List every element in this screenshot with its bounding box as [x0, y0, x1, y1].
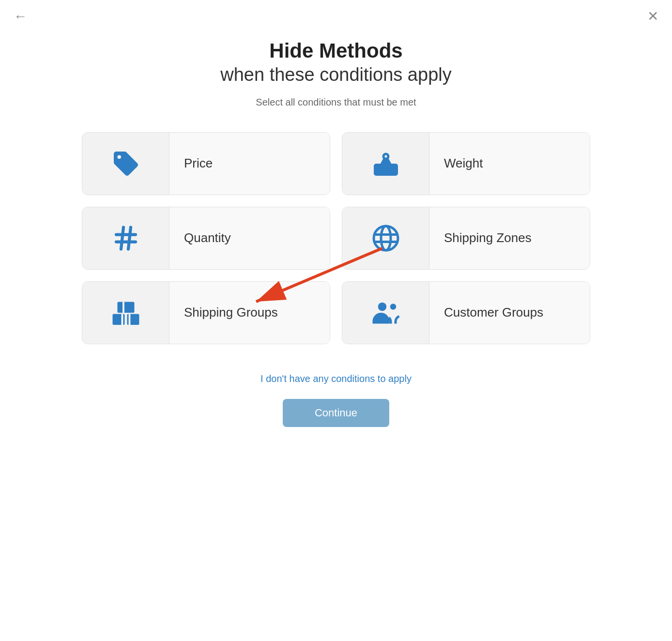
svg-point-10 [378, 303, 386, 311]
svg-rect-6 [117, 302, 134, 313]
card-quantity[interactable]: Quantity [82, 207, 330, 270]
svg-point-0 [374, 226, 398, 250]
globe-icon [371, 224, 400, 253]
conditions-grid: Price Weight Quantity Shipping Z [82, 132, 590, 344]
customer-groups-label: Customer Groups [429, 282, 590, 344]
continue-button[interactable]: Continue [283, 399, 389, 427]
page-title-line2: when these conditions apply [220, 63, 451, 87]
price-label: Price [169, 133, 330, 195]
shipping-groups-icon-area [82, 282, 169, 344]
people-icon [371, 298, 400, 327]
svg-point-1 [381, 226, 391, 250]
page-title-line1: Hide Methods [220, 39, 451, 63]
card-shipping-zones[interactable]: Shipping Zones [342, 207, 590, 270]
page-header: Hide Methods when these conditions apply [220, 39, 451, 87]
card-weight[interactable]: Weight [342, 132, 590, 195]
shipping-groups-label: Shipping Groups [169, 282, 330, 344]
quantity-label: Quantity [169, 207, 330, 269]
boxes-icon [111, 298, 140, 327]
no-conditions-link[interactable]: I don't have any conditions to apply [260, 373, 412, 384]
shipping-zones-label: Shipping Zones [429, 207, 590, 269]
close-button[interactable]: ✕ [647, 10, 658, 23]
card-customer-groups[interactable]: Customer Groups [342, 281, 590, 344]
page-subtitle: Select all conditions that must be met [256, 97, 416, 108]
card-shipping-groups[interactable]: Shipping Groups [82, 281, 330, 344]
svg-point-11 [390, 304, 396, 310]
price-tag-icon [111, 149, 140, 178]
shipping-zones-icon-area [342, 207, 429, 269]
hash-icon [111, 224, 140, 253]
back-button[interactable]: ← [14, 10, 27, 23]
quantity-icon-area [82, 207, 169, 269]
weight-icon-area [342, 133, 429, 195]
weight-label: Weight [429, 133, 590, 195]
card-price[interactable]: Price [82, 132, 330, 195]
customer-groups-icon-area [342, 282, 429, 344]
weight-icon [371, 149, 400, 178]
price-icon-area [82, 133, 169, 195]
